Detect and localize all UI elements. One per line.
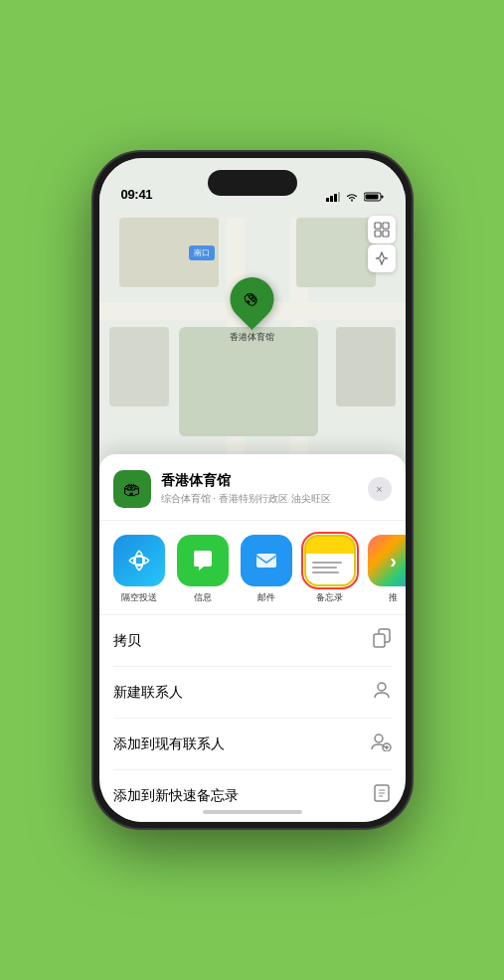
svg-rect-7 (375, 223, 381, 229)
svg-rect-3 (338, 192, 340, 202)
venue-icon: 🏟 (113, 470, 151, 508)
action-copy[interactable]: 拷贝 (113, 615, 392, 667)
map-pin-circle: 🏟 (221, 268, 282, 330)
svg-rect-10 (383, 231, 389, 237)
svg-rect-1 (330, 196, 333, 202)
copy-icon (372, 628, 392, 653)
signal-icon (326, 192, 340, 202)
map-block-3 (109, 327, 169, 407)
mail-label: 邮件 (257, 591, 275, 604)
new-contact-icon (372, 680, 392, 705)
action-list: 拷贝 新建联系人 (99, 615, 406, 822)
venue-info: 香港体育馆 综合体育馆 · 香港特别行政区 油尖旺区 (161, 472, 368, 506)
phone-frame: 09:41 (93, 152, 412, 828)
svg-rect-14 (374, 634, 385, 647)
map-view-button[interactable] (368, 216, 396, 244)
add-notes-label: 添加到新快速备忘录 (113, 787, 239, 805)
action-new-contact[interactable]: 新建联系人 (113, 667, 392, 719)
action-add-notes[interactable]: 添加到新快速备忘录 (113, 770, 392, 822)
airdrop-label: 隔空投送 (121, 591, 157, 604)
svg-rect-2 (334, 194, 337, 202)
share-app-airdrop[interactable]: 隔空投送 (113, 535, 165, 604)
status-time: 09:41 (121, 187, 153, 202)
add-existing-icon (370, 732, 392, 756)
close-button[interactable]: × (368, 477, 392, 501)
svg-rect-5 (381, 196, 383, 199)
notes-label: 备忘录 (316, 591, 343, 604)
share-app-more[interactable]: › 推 (368, 535, 406, 604)
phone-screen: 09:41 (99, 158, 406, 822)
map-buttons (368, 216, 396, 272)
map-label: 南口 (189, 245, 215, 260)
svg-rect-0 (326, 198, 329, 202)
map-pin-inner: 🏟 (236, 282, 269, 316)
more-icon: › (368, 535, 406, 586)
add-notes-icon (372, 783, 392, 808)
svg-point-16 (375, 735, 383, 742)
share-app-notes[interactable]: 备忘录 (304, 535, 356, 604)
venue-subtitle: 综合体育馆 · 香港特别行政区 油尖旺区 (161, 492, 368, 506)
stadium-icon: 🏟 (240, 287, 263, 311)
dynamic-island (208, 170, 297, 196)
svg-rect-8 (383, 223, 389, 229)
share-app-mail[interactable]: 邮件 (241, 535, 292, 604)
share-app-messages[interactable]: 信息 (177, 535, 229, 604)
svg-rect-9 (375, 231, 381, 237)
wifi-icon (345, 192, 359, 202)
share-apps-row: 隔空投送 信息 (99, 521, 406, 615)
battery-icon (364, 192, 384, 202)
map-pin-label: 香港体育馆 (230, 331, 274, 344)
new-contact-label: 新建联系人 (113, 684, 183, 702)
map-block-4 (336, 327, 396, 407)
svg-rect-12 (256, 554, 276, 568)
bottom-sheet: 🏟 香港体育馆 综合体育馆 · 香港特别行政区 油尖旺区 × (99, 454, 406, 822)
location-button[interactable] (368, 245, 396, 272)
add-existing-label: 添加到现有联系人 (113, 735, 225, 753)
svg-point-15 (378, 683, 386, 691)
venue-name: 香港体育馆 (161, 472, 368, 490)
messages-icon (177, 535, 229, 586)
map-block-2 (296, 218, 376, 287)
status-icons (326, 192, 384, 202)
home-indicator (203, 810, 302, 814)
messages-label: 信息 (194, 591, 212, 604)
action-add-existing[interactable]: 添加到现有联系人 (113, 719, 392, 770)
venue-header: 🏟 香港体育馆 综合体育馆 · 香港特别行政区 油尖旺区 × (99, 470, 406, 521)
more-label: 推 (389, 591, 398, 604)
svg-rect-6 (365, 195, 378, 200)
notes-icon (304, 535, 356, 586)
copy-label: 拷贝 (113, 632, 141, 650)
airdrop-icon (113, 535, 165, 586)
mail-icon (241, 535, 292, 586)
map-pin[interactable]: 🏟 香港体育馆 (230, 277, 274, 344)
